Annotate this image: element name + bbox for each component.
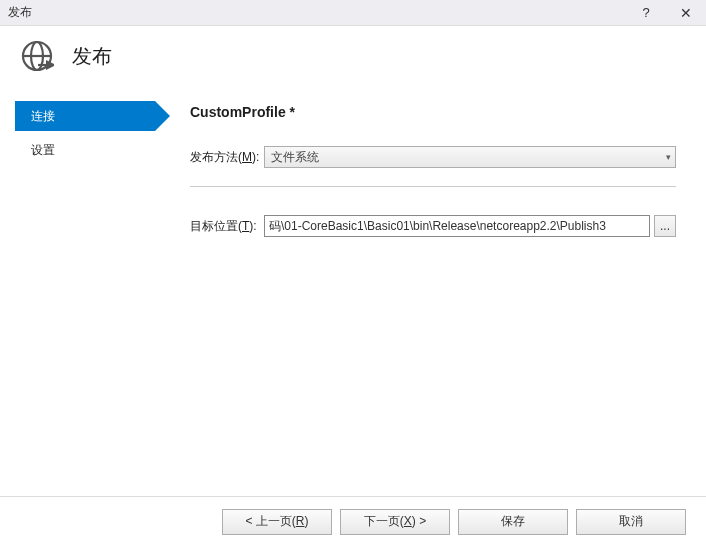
- select-value: 文件系统: [271, 149, 319, 166]
- dialog-title: 发布: [72, 43, 112, 70]
- help-button[interactable]: ?: [626, 0, 666, 26]
- divider: [190, 186, 676, 187]
- profile-name: CustomProfile *: [190, 104, 676, 120]
- save-button[interactable]: 保存: [458, 509, 568, 535]
- target-location-row: 目标位置(T): ...: [190, 215, 676, 237]
- target-location-input[interactable]: [264, 215, 650, 237]
- publish-globe-icon: [20, 39, 54, 73]
- sidebar-item-label: 连接: [31, 109, 55, 123]
- browse-button[interactable]: ...: [654, 215, 676, 237]
- title-bar: 发布 ? ✕: [0, 0, 706, 26]
- chevron-down-icon: ▾: [666, 152, 671, 162]
- prev-button[interactable]: < 上一页(R): [222, 509, 332, 535]
- next-button[interactable]: 下一页(X) >: [340, 509, 450, 535]
- close-button[interactable]: ✕: [666, 0, 706, 26]
- wizard-sidebar: 连接 设置: [0, 86, 160, 496]
- publish-method-label: 发布方法(M):: [190, 149, 264, 166]
- target-location-label: 目标位置(T):: [190, 218, 264, 235]
- sidebar-item-label: 设置: [31, 143, 55, 157]
- wizard-main: CustomProfile * 发布方法(M): 文件系统 ▾ 目标位置(T):…: [160, 86, 706, 496]
- publish-method-row: 发布方法(M): 文件系统 ▾: [190, 146, 676, 168]
- dialog-header: 发布: [0, 26, 706, 86]
- sidebar-item-connection[interactable]: 连接: [15, 101, 155, 131]
- sidebar-item-settings[interactable]: 设置: [15, 135, 160, 165]
- ellipsis-icon: ...: [660, 219, 670, 233]
- wizard-footer: < 上一页(R) 下一页(X) > 保存 取消: [0, 496, 706, 546]
- window-title: 发布: [8, 4, 626, 21]
- cancel-button[interactable]: 取消: [576, 509, 686, 535]
- publish-method-select[interactable]: 文件系统 ▾: [264, 146, 676, 168]
